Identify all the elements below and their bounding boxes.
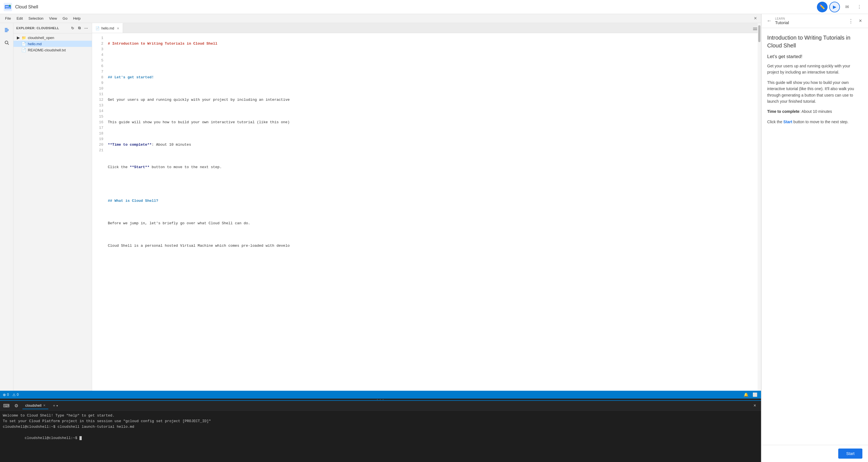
terminal-panel: ⌨ ⚙ cloudshell × ＋ ▾ × Welcome to Cloud … — [0, 400, 761, 462]
svg-point-9 — [5, 41, 8, 44]
terminal-prompt: cloudshell@cloudshell:~$ — [25, 436, 80, 440]
terminal-tab-close[interactable]: × — [43, 403, 45, 407]
start-link: Start — [783, 120, 793, 124]
terminal-header: ⌨ ⚙ cloudshell × ＋ ▾ × — [0, 401, 761, 410]
terminal-settings-button[interactable]: ⚙ — [12, 402, 20, 409]
status-right-actions: 🔔 ⬜ — [742, 391, 758, 398]
expand-button[interactable]: ⬜ — [751, 391, 758, 398]
tutorial-label: Tutorial — [775, 20, 847, 25]
line-numbers: 12345 678910 1112131415 1617181920 21 — [92, 33, 105, 391]
more-explorer-button[interactable]: ⋯ — [84, 25, 89, 31]
menu-selection[interactable]: Selection — [26, 15, 46, 22]
right-panel-footer: Start — [762, 445, 868, 462]
main-area: File Edit Selection View Go Help × — [0, 14, 868, 462]
right-panel: ← LEARN Tutorial ⋮ × Introduction to Wri… — [761, 14, 868, 462]
scrollbar-track[interactable] — [757, 33, 761, 391]
time-label: Time to complete — [767, 109, 800, 114]
terminal-line-1: Welcome to Cloud Shell! Type "help" to g… — [3, 413, 758, 419]
warning-count[interactable]: ⚠ 0 — [12, 393, 19, 397]
terminal-close-button[interactable]: × — [751, 402, 759, 409]
terminal-line-2: To set your Cloud Platform project in th… — [3, 419, 758, 424]
terminal-line-3: cloudshell@cloudshell:~$ cloudshell laun… — [3, 424, 758, 430]
menu-help[interactable]: Help — [70, 15, 84, 22]
svg-rect-7 — [5, 30, 9, 31]
right-header-text: LEARN Tutorial — [775, 17, 847, 25]
warning-icon: ⚠ — [12, 393, 16, 397]
explorer-title: EXPLORER: CLOUDSHELL — [16, 26, 59, 30]
terminal-button[interactable]: ▶ — [829, 2, 840, 12]
editor-tabs: 📄 hello.md × ⚌ — [92, 23, 761, 33]
svg-point-4 — [9, 5, 11, 6]
search-icon[interactable] — [2, 38, 12, 48]
close-terminal-icon[interactable]: × — [751, 402, 759, 409]
tutorial-page-title: Introduction to Writing Tutorials in Clo… — [767, 34, 862, 50]
error-icon: ⊗ — [3, 393, 6, 397]
right-panel-header: ← LEARN Tutorial ⋮ × — [762, 14, 868, 28]
explorer-header: EXPLORER: CLOUDSHELL ↻ ⧉ ⋯ — [13, 23, 92, 33]
back-button[interactable]: ← — [765, 17, 773, 25]
error-count[interactable]: ⊗ 0 — [3, 393, 9, 397]
code-scroll-area[interactable]: 12345 678910 1112131415 1617181920 21 # … — [92, 33, 761, 391]
file-md-icon: 📄 — [21, 41, 26, 46]
svg-rect-6 — [5, 29, 9, 30]
learn-label: LEARN — [775, 17, 847, 20]
tab-close-button[interactable]: × — [117, 26, 119, 31]
folder-expand-icon: ▶ — [17, 35, 20, 40]
file-hello-md[interactable]: 📄 hello.md — [13, 41, 92, 47]
folder-cloudshell-open[interactable]: ▶ 📁 cloudshell_open — [13, 35, 92, 41]
svg-line-10 — [8, 43, 9, 45]
scrollbar-thumb[interactable] — [758, 33, 761, 42]
explorer-icon[interactable] — [2, 25, 12, 35]
right-header-actions: ⋮ × — [847, 17, 865, 25]
terminal-line-4: cloudshell@cloudshell:~$ — [3, 430, 758, 447]
terminal-keyboard-button[interactable]: ⌨ — [2, 402, 10, 409]
file-readme-cloudshell[interactable]: 📄 README-cloudshell.txt — [13, 47, 92, 53]
app-title: Cloud Shell — [15, 4, 817, 9]
tab-name: hello.md — [101, 26, 114, 30]
svg-rect-8 — [5, 31, 8, 32]
refresh-button[interactable]: ↻ — [70, 25, 75, 31]
time-value: About 10 minutes — [801, 109, 832, 114]
edit-mode-button[interactable]: ✏️ — [817, 2, 828, 12]
tutorial-para-2: This guide will show you how to build yo… — [767, 79, 862, 105]
right-more-button[interactable]: ⋮ — [847, 17, 855, 25]
right-close-button[interactable]: × — [856, 17, 865, 25]
add-dropdown-icon: ▾ — [57, 404, 58, 407]
code-editor[interactable]: 📄 hello.md × ⚌ 12345 678910 1112131415 1… — [92, 23, 761, 391]
click-text: Click the — [767, 120, 783, 124]
more-options-button[interactable]: ⋮ — [854, 2, 865, 12]
terminal-body[interactable]: Welcome to Cloud Shell! Type "help" to g… — [0, 410, 761, 462]
folder-icon: 📁 — [22, 36, 26, 40]
tab-file-icon: 📄 — [95, 26, 100, 30]
click-text-end: button to move to the next step. — [792, 120, 848, 124]
menu-view[interactable]: View — [46, 15, 60, 22]
email-button[interactable]: ✉ — [842, 2, 852, 12]
add-terminal-button[interactable]: ＋ ▾ — [51, 402, 60, 409]
tutorial-para-1: Get your users up and running quickly wi… — [767, 63, 862, 75]
file-txt-icon: 📄 — [21, 48, 26, 52]
copy-path-button[interactable]: ⧉ — [77, 25, 82, 31]
menu-go[interactable]: Go — [60, 15, 70, 22]
code-content[interactable]: # Introduction to Writing Tutorials in C… — [105, 33, 761, 391]
title-bar: Cloud Shell ✏️ ▶ ✉ ⋮ — [0, 0, 868, 14]
menu-bar: File Edit Selection View Go Help × — [0, 14, 761, 23]
app-logo — [3, 3, 12, 11]
menu-close-button[interactable]: × — [752, 15, 759, 22]
status-bar: ⊗ 0 ⚠ 0 🔔 ⬜ — [0, 391, 761, 399]
menu-file[interactable]: File — [2, 15, 14, 22]
terminal-tab-name: cloudshell — [25, 403, 41, 407]
add-icon: ＋ — [52, 403, 56, 408]
start-tutorial-button[interactable]: Start — [838, 449, 862, 459]
svg-rect-3 — [5, 6, 9, 7]
file-tree: ▶ 📁 cloudshell_open 📄 hello.md 📄 README-… — [13, 33, 92, 391]
right-panel-body: Introduction to Writing Tutorials in Clo… — [762, 28, 868, 445]
bell-button[interactable]: 🔔 — [742, 391, 749, 398]
editor-pane: File Edit Selection View Go Help × — [0, 14, 761, 462]
editor-body: EXPLORER: CLOUDSHELL ↻ ⧉ ⋯ ▶ 📁 cloudshel… — [0, 23, 761, 391]
file-explorer: EXPLORER: CLOUDSHELL ↻ ⧉ ⋯ ▶ 📁 cloudshel… — [13, 23, 92, 391]
tab-hello-md[interactable]: 📄 hello.md × — [92, 23, 123, 33]
terminal-tab-cloudshell[interactable]: cloudshell × — [23, 402, 48, 409]
menu-edit[interactable]: Edit — [14, 15, 26, 22]
tutorial-time-to-complete: Time to complete: About 10 minutes — [767, 108, 862, 114]
svg-rect-2 — [5, 8, 10, 8]
